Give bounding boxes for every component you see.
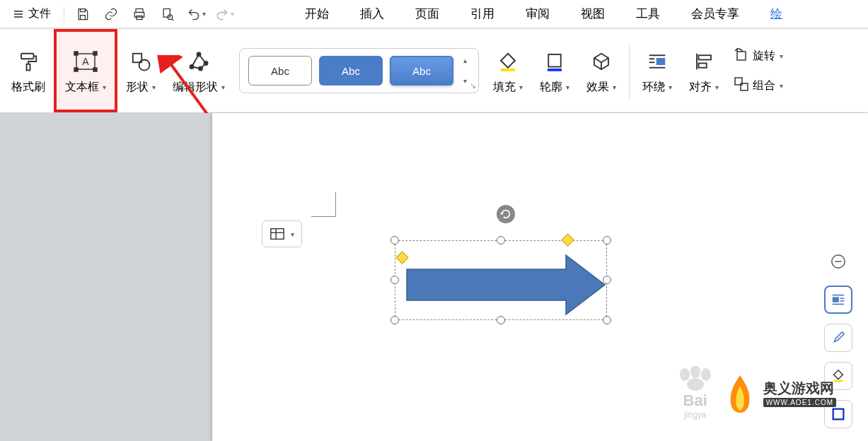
svg-rect-44 [833, 297, 839, 302]
zoom-out-button[interactable] [824, 247, 852, 276]
svg-rect-15 [93, 68, 97, 71]
baidu-subtext: jingya [684, 410, 706, 420]
tab-view[interactable]: 视图 [565, 0, 620, 28]
chevron-down-icon: ▾ [103, 83, 106, 91]
undo-icon[interactable]: ▾ [183, 3, 209, 25]
format-painter-button[interactable]: 格式刷 [3, 29, 54, 112]
svg-rect-24 [548, 54, 561, 67]
svg-rect-3 [136, 8, 143, 12]
resize-handle-n[interactable] [497, 236, 505, 245]
tab-drawing[interactable]: 绘 [755, 0, 782, 28]
separator [629, 42, 630, 99]
divider [64, 6, 64, 22]
svg-point-50 [680, 368, 690, 381]
chevron-down-icon: ▾ [715, 83, 719, 91]
resize-handle-se[interactable] [603, 316, 611, 324]
layout-options-button[interactable]: ▾ [262, 220, 302, 247]
baidu-paw-icon [674, 366, 717, 392]
right-arrow-shape[interactable] [403, 253, 608, 317]
chevron-down-icon: ▾ [613, 83, 616, 91]
dialog-launcher-icon[interactable]: ↘ [468, 81, 478, 90]
fill-button[interactable]: 填充▾ [485, 29, 531, 112]
resize-handle-ne[interactable] [603, 236, 611, 245]
print-preview-icon[interactable] [155, 3, 180, 25]
chevron-down-icon: ▾ [780, 52, 783, 60]
format-painter-label: 格式刷 [11, 80, 45, 95]
resize-handle-nw[interactable] [390, 236, 399, 245]
resize-handle-sw[interactable] [390, 316, 399, 324]
svg-rect-25 [548, 69, 562, 71]
edit-points-icon [188, 47, 209, 76]
link-icon[interactable] [98, 3, 124, 25]
tab-member[interactable]: 会员专享 [676, 0, 755, 28]
watermark-site-cn: 奥义游戏网 [763, 379, 836, 398]
text-box-label: 文本框 [65, 80, 99, 95]
wrap-option-button[interactable] [824, 286, 852, 314]
rotate-button[interactable]: 旋转 ▾ [733, 46, 783, 66]
wrap-button[interactable]: 环绕▾ [634, 29, 681, 112]
svg-point-53 [687, 378, 704, 391]
tab-start[interactable]: 开始 [289, 0, 345, 28]
ribbon: 格式刷 A 文本框▾ 形状▾ 编辑形状▾ Abc Abc Abc ▴▾ ↘ 填充… [0, 28, 868, 113]
print-icon[interactable] [127, 3, 152, 25]
svg-rect-9 [21, 53, 34, 59]
shape-style-2[interactable]: Abc [319, 56, 383, 86]
text-box-button[interactable]: A 文本框▾ [54, 29, 117, 112]
chevron-down-icon: ▾ [231, 10, 234, 18]
file-label: 文件 [28, 6, 51, 21]
baidu-text: Bai [683, 392, 707, 410]
document-page[interactable]: ▾ [212, 113, 868, 441]
svg-rect-10 [27, 64, 30, 70]
align-button[interactable]: 对齐▾ [681, 29, 727, 112]
group-button[interactable]: 组合 ▾ [733, 76, 783, 95]
resize-handle-w[interactable] [390, 276, 399, 284]
svg-point-20 [197, 52, 201, 56]
tab-tools[interactable]: 工具 [620, 0, 676, 28]
svg-line-8 [172, 18, 174, 20]
svg-rect-6 [163, 8, 170, 17]
svg-point-52 [701, 368, 711, 381]
tab-page[interactable]: 页面 [400, 0, 455, 28]
file-menu[interactable]: 文件 [6, 4, 58, 24]
svg-rect-32 [699, 55, 712, 59]
shape-label: 形状 [126, 80, 149, 95]
svg-point-19 [190, 65, 194, 69]
tab-insert[interactable]: 插入 [345, 0, 400, 28]
svg-rect-5 [137, 16, 142, 19]
wrap-icon [647, 47, 668, 76]
paint-roller-icon [18, 47, 39, 76]
shapes-icon [130, 47, 151, 76]
shape-style-1[interactable]: Abc [248, 56, 312, 86]
rotate-handle[interactable] [497, 205, 515, 223]
resize-handle-e[interactable] [603, 276, 611, 284]
rotate-icon [733, 46, 750, 66]
shape-button[interactable]: 形状▾ [117, 29, 164, 112]
group-icon [733, 76, 750, 95]
chevron-down-icon: ▾ [566, 83, 569, 91]
svg-rect-23 [501, 69, 515, 71]
text-box-icon: A [74, 47, 98, 76]
effect-icon [591, 47, 612, 76]
tab-review[interactable]: 审阅 [510, 0, 565, 28]
selected-shape-container [395, 240, 607, 325]
layout-grid-icon [270, 227, 285, 241]
edit-shape-label: 编辑形状 [173, 80, 218, 95]
outline-icon [544, 47, 565, 76]
tab-reference[interactable]: 引用 [455, 0, 510, 28]
style-brush-button[interactable] [824, 324, 852, 352]
svg-rect-34 [737, 52, 746, 60]
shape-style-3[interactable]: Abc [390, 56, 453, 86]
redo-icon[interactable]: ▾ [212, 3, 237, 25]
chevron-down-icon: ▾ [669, 83, 672, 91]
outline-button[interactable]: 轮廓▾ [531, 29, 578, 112]
svg-rect-33 [699, 63, 707, 67]
effect-button[interactable]: 效果▾ [578, 29, 625, 112]
resize-handle-s[interactable] [497, 316, 505, 324]
svg-text:A: A [82, 56, 89, 67]
chevron-down-icon: ▾ [519, 83, 523, 91]
save-icon[interactable] [70, 3, 96, 25]
svg-point-21 [204, 61, 208, 65]
chevron-down-icon: ▾ [202, 10, 206, 18]
svg-rect-28 [656, 58, 666, 65]
edit-shape-button[interactable]: 编辑形状▾ [164, 29, 233, 112]
